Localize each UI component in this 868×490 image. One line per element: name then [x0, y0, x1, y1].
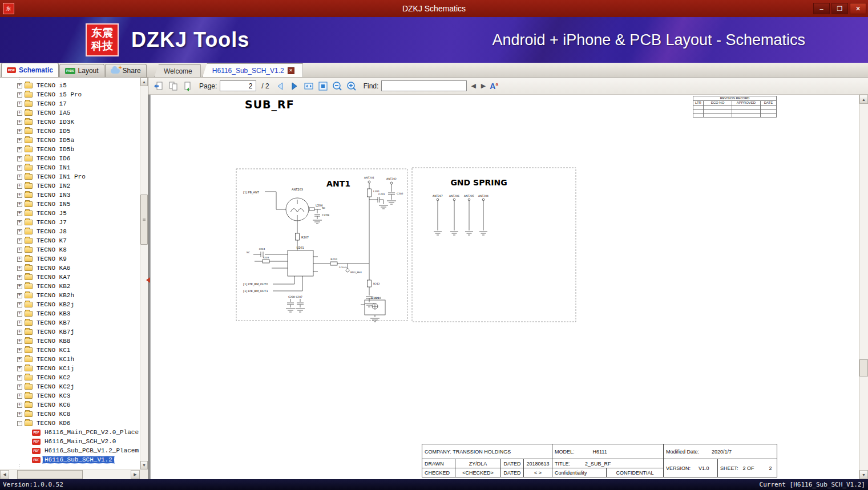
- expand-toggle-icon[interactable]: +: [17, 366, 22, 371]
- expand-toggle-icon[interactable]: +: [17, 284, 22, 289]
- continuous-view-icon[interactable]: [167, 80, 179, 92]
- tree-item[interactable]: + PDF TECNO J8: [0, 227, 140, 236]
- tree-item[interactable]: + PDF TECNO KB2h: [0, 291, 140, 300]
- close-tab-icon[interactable]: ✕: [288, 67, 294, 74]
- sidebar-hscroll-thumb[interactable]: [17, 470, 83, 479]
- main-scroll-up-icon[interactable]: ▲: [859, 95, 868, 104]
- text-size-icon[interactable]: Aa: [490, 82, 498, 90]
- tree-item[interactable]: PDF H6116_Sub_PCB_V1.2_Placem: [0, 446, 140, 455]
- tree-item[interactable]: PDF H6116_Main_PCB_V2.0_Place: [0, 428, 140, 437]
- tree-item[interactable]: + PDF TECNO KC2j: [0, 382, 140, 391]
- expand-toggle-icon[interactable]: +: [17, 302, 22, 307]
- tab-share[interactable]: Share: [105, 64, 147, 77]
- tree-item[interactable]: + PDF TECNO i5 Pro: [0, 90, 140, 99]
- page-number-input[interactable]: [220, 80, 256, 91]
- tree-item[interactable]: + PDF TECNO KB8: [0, 337, 140, 346]
- close-button[interactable]: ✕: [850, 3, 866, 14]
- expand-toggle-icon[interactable]: +: [17, 138, 22, 143]
- single-page-view-icon[interactable]: [153, 80, 164, 92]
- expand-toggle-icon[interactable]: +: [17, 412, 22, 417]
- expand-toggle-icon[interactable]: +: [17, 266, 22, 271]
- tree-item[interactable]: + PDF TECNO KB7: [0, 318, 140, 327]
- tree-item[interactable]: + PDF TECNO IN1 Pro: [0, 172, 140, 181]
- expand-toggle-icon[interactable]: +: [17, 348, 22, 353]
- expand-toggle-icon[interactable]: +: [17, 375, 22, 380]
- tree-item[interactable]: + PDF TECNO KC3: [0, 391, 140, 400]
- expand-toggle-icon[interactable]: +: [17, 275, 22, 280]
- expand-toggle-icon[interactable]: +: [17, 257, 22, 262]
- tree-item[interactable]: + PDF TECNO KC1j: [0, 364, 140, 373]
- tree-item[interactable]: + PDF TECNO ID5b: [0, 145, 140, 154]
- expand-toggle-icon[interactable]: +: [17, 238, 22, 244]
- expand-toggle-icon[interactable]: +: [17, 330, 22, 335]
- tree-item[interactable]: + PDF TECNO KC2: [0, 373, 140, 382]
- maximize-button[interactable]: ❐: [831, 3, 848, 14]
- minimize-button[interactable]: –: [813, 3, 830, 14]
- sidebar-vertical-scrollbar[interactable]: ▲ ▼: [140, 78, 148, 469]
- scroll-right-icon[interactable]: ▶: [131, 470, 140, 479]
- tree-item[interactable]: + PDF TECNO ID6: [0, 154, 140, 163]
- expand-toggle-icon[interactable]: +: [17, 193, 22, 198]
- expand-toggle-icon[interactable]: +: [17, 339, 22, 344]
- expand-toggle-icon[interactable]: +: [17, 321, 22, 326]
- tree-item[interactable]: + PDF TECNO i7: [0, 99, 140, 108]
- tree-item[interactable]: + PDF TECNO KA7: [0, 273, 140, 282]
- sidebar-scroll-thumb[interactable]: [140, 195, 148, 245]
- tree-item[interactable]: + PDF TECNO KC1h: [0, 355, 140, 364]
- expand-toggle-icon[interactable]: +: [17, 394, 22, 399]
- tree-item[interactable]: + PDF TECNO KA6: [0, 264, 140, 273]
- tree-item[interactable]: PDF H6116_Main_SCH_V2.0: [0, 437, 140, 446]
- tree-item[interactable]: + PDF TECNO ID5: [0, 127, 140, 136]
- tree-item[interactable]: + PDF TECNO KB2: [0, 282, 140, 291]
- fit-page-icon[interactable]: [317, 80, 329, 92]
- expand-toggle-icon[interactable]: +: [17, 184, 22, 189]
- tree-item[interactable]: + PDF TECNO K9: [0, 254, 140, 264]
- expand-toggle-icon[interactable]: +: [17, 211, 22, 216]
- document-viewport[interactable]: SUB_RF REVISION RECORD LTR ECO NO APPROV…: [148, 95, 868, 479]
- expand-toggle-icon[interactable]: +: [17, 202, 22, 207]
- zoom-in-icon[interactable]: [346, 80, 357, 92]
- expand-toggle-icon[interactable]: +: [17, 293, 22, 298]
- tree-item[interactable]: + PDF TECNO IN2: [0, 181, 140, 191]
- sidebar-horizontal-scrollbar[interactable]: ◀ ▶: [0, 469, 140, 479]
- zoom-out-icon[interactable]: [332, 80, 343, 92]
- splitter-collapse-arrow[interactable]: [143, 277, 150, 283]
- tree-item[interactable]: + PDF TECNO IN1: [0, 163, 140, 172]
- tree-item[interactable]: + PDF TECNO K8: [0, 245, 140, 254]
- main-scroll-down-icon[interactable]: ▼: [859, 470, 868, 479]
- find-input[interactable]: [381, 80, 467, 91]
- expand-toggle-icon[interactable]: +: [17, 403, 22, 408]
- fit-width-icon[interactable]: [303, 80, 314, 92]
- tree-item[interactable]: + PDF TECNO KB2j: [0, 300, 140, 309]
- scroll-down-icon[interactable]: ▼: [140, 461, 148, 469]
- tab-layout[interactable]: PADS Layout: [59, 64, 104, 77]
- scroll-left-icon[interactable]: ◀: [0, 470, 9, 479]
- doc-tab-current[interactable]: H6116_Sub_SCH_V1.2 ✕: [203, 63, 303, 77]
- tree-item[interactable]: + PDF TECNO IN5: [0, 200, 140, 209]
- main-vertical-scrollbar[interactable]: ▲ ▼: [859, 95, 868, 479]
- expand-toggle-icon[interactable]: +: [17, 156, 22, 161]
- tab-schematic[interactable]: PDF Schematic: [1, 63, 59, 77]
- tree-item[interactable]: + PDF TECNO J5: [0, 209, 140, 218]
- tree-item[interactable]: + PDF TECNO J7: [0, 218, 140, 227]
- tree-item[interactable]: + PDF TECNO ID3K: [0, 118, 140, 127]
- facing-pages-view-icon[interactable]: [181, 80, 193, 92]
- tree-item[interactable]: + PDF TECNO IA5: [0, 108, 140, 118]
- expand-toggle-icon[interactable]: -: [17, 421, 22, 426]
- expand-toggle-icon[interactable]: +: [17, 175, 22, 180]
- tree-item[interactable]: + PDF TECNO i5: [0, 81, 140, 90]
- expand-toggle-icon[interactable]: +: [17, 102, 22, 107]
- tree-item[interactable]: + PDF TECNO K7: [0, 236, 140, 245]
- tree-item[interactable]: PDF H6116_Sub_SCH_V1.2: [0, 455, 140, 464]
- tree-item[interactable]: - PDF TECNO KD6: [0, 419, 140, 428]
- expand-toggle-icon[interactable]: +: [17, 165, 22, 171]
- expand-toggle-icon[interactable]: +: [17, 129, 22, 134]
- expand-toggle-icon[interactable]: +: [17, 248, 22, 253]
- tree-item[interactable]: + PDF TECNO KC1: [0, 346, 140, 355]
- tree-item[interactable]: + PDF TECNO KB7j: [0, 327, 140, 337]
- expand-toggle-icon[interactable]: +: [17, 384, 22, 390]
- expand-toggle-icon[interactable]: +: [17, 311, 22, 317]
- main-scroll-thumb[interactable]: [859, 359, 868, 376]
- find-previous-icon[interactable]: ◀: [470, 82, 477, 90]
- expand-toggle-icon[interactable]: +: [17, 111, 22, 116]
